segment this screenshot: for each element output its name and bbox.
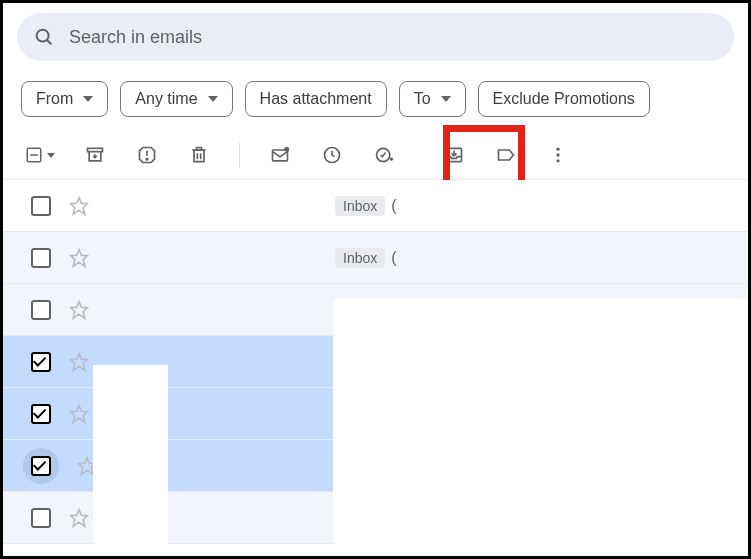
filter-to-label: To: [414, 90, 431, 108]
email-row[interactable]: Inbox (: [3, 180, 748, 232]
select-all-checkbox[interactable]: [25, 143, 55, 167]
add-to-tasks-icon[interactable]: [372, 143, 396, 167]
row-checkbox[interactable]: [31, 196, 51, 216]
svg-marker-23: [71, 353, 88, 370]
svg-point-17: [556, 148, 559, 151]
svg-marker-24: [71, 405, 88, 422]
filter-anytime-label: Any time: [135, 90, 197, 108]
svg-rect-4: [88, 148, 103, 151]
row-checkbox[interactable]: [31, 352, 51, 372]
svg-marker-21: [71, 249, 88, 266]
redaction-overlay: [333, 299, 751, 559]
svg-point-11: [284, 147, 289, 152]
star-icon[interactable]: [69, 248, 89, 268]
search-icon: [33, 26, 55, 48]
redaction-overlay: [93, 365, 168, 559]
filter-from-label: From: [36, 90, 73, 108]
svg-point-7: [146, 158, 148, 160]
star-icon[interactable]: [69, 508, 89, 528]
separator: [239, 143, 240, 167]
email-row[interactable]: Inbox (: [3, 232, 748, 284]
mark-unread-icon[interactable]: [268, 143, 292, 167]
svg-marker-26: [71, 509, 88, 526]
row-checkbox[interactable]: [31, 456, 51, 476]
filter-anytime[interactable]: Any time: [120, 81, 232, 117]
labels-icon[interactable]: [494, 143, 518, 167]
svg-rect-10: [273, 150, 288, 161]
star-icon[interactable]: [69, 404, 89, 424]
snooze-icon[interactable]: [320, 143, 344, 167]
svg-marker-22: [71, 301, 88, 318]
inbox-label: Inbox: [335, 248, 385, 268]
filter-to[interactable]: To: [399, 81, 466, 117]
search-input[interactable]: [69, 27, 718, 48]
more-icon[interactable]: [546, 143, 570, 167]
snippet: (: [391, 249, 396, 267]
row-checkbox[interactable]: [31, 404, 51, 424]
row-content: Inbox (: [335, 196, 397, 216]
filter-attachment-label: Has attachment: [260, 90, 372, 108]
svg-point-19: [556, 159, 559, 162]
star-icon[interactable]: [69, 300, 89, 320]
svg-point-0: [37, 30, 49, 42]
svg-marker-20: [71, 197, 88, 214]
dropdown-icon: [441, 96, 451, 102]
filter-exclude-label: Exclude Promotions: [493, 90, 635, 108]
dropdown-icon: [83, 96, 93, 102]
svg-line-1: [47, 40, 51, 44]
row-checkbox[interactable]: [31, 508, 51, 528]
row-content: Inbox (: [335, 248, 397, 268]
search-bar[interactable]: [17, 13, 734, 61]
filter-from[interactable]: From: [21, 81, 108, 117]
filter-row: From Any time Has attachment To Exclude …: [3, 79, 748, 137]
filter-attachment[interactable]: Has attachment: [245, 81, 387, 117]
inbox-label: Inbox: [335, 196, 385, 216]
snippet: (: [391, 197, 396, 215]
archive-icon[interactable]: [83, 143, 107, 167]
row-checkbox-hover[interactable]: [23, 448, 59, 484]
star-icon[interactable]: [69, 196, 89, 216]
star-icon[interactable]: [69, 352, 89, 372]
dropdown-icon: [208, 96, 218, 102]
toolbar: [3, 137, 748, 179]
svg-point-18: [556, 153, 559, 156]
move-to-inbox-icon[interactable]: [442, 143, 466, 167]
row-checkbox[interactable]: [31, 300, 51, 320]
filter-exclude-promotions[interactable]: Exclude Promotions: [478, 81, 650, 117]
delete-icon[interactable]: [187, 143, 211, 167]
report-spam-icon[interactable]: [135, 143, 159, 167]
row-checkbox[interactable]: [31, 248, 51, 268]
